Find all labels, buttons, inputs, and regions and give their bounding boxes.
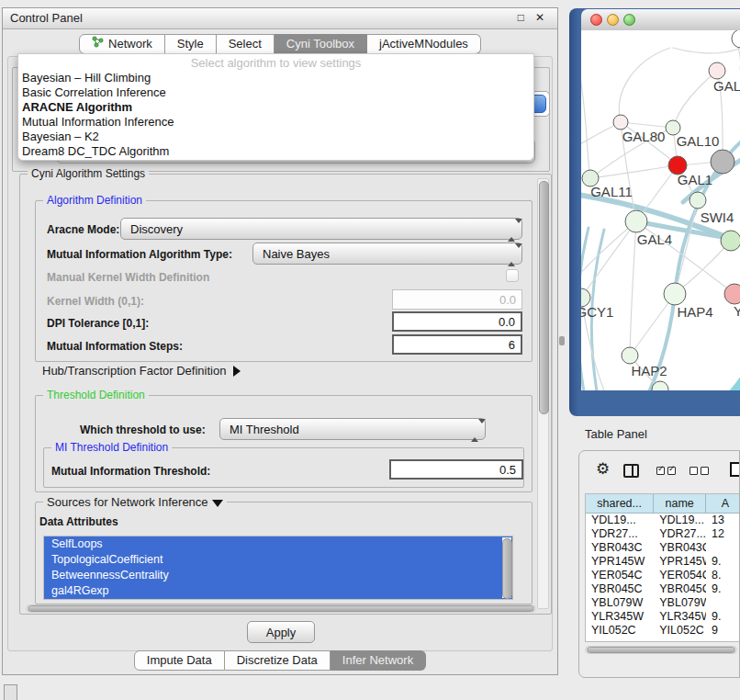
settings-horizontal-scrollbar[interactable] [26,604,536,613]
new-table-icon[interactable] [730,462,740,477]
table-row[interactable]: YBL079WYBL079W [586,596,740,610]
network-node[interactable] [721,231,740,251]
tab-network[interactable]: Network [79,34,165,54]
control-panel-titlebar[interactable]: Control Panel □ ✕ [3,8,557,29]
scrollbar-thumb[interactable] [539,181,549,414]
tab-cyni-toolbox[interactable]: Cyni Toolbox [275,34,367,54]
table-cell: 9 [706,624,740,638]
threshold-definition-title: Threshold Definition [43,389,149,401]
collapse-down-icon[interactable] [212,500,223,507]
network-node[interactable] [711,150,734,174]
tab-impute-data[interactable]: Impute Data [134,650,225,671]
node-attribute-table[interactable]: shared...nameA YDL19...YDL19...13YDR27..… [585,493,740,642]
network-graph[interactable]: GALGAL80GAL10GAL1GAL11SWI4GAL4GCY1HAP4YH… [581,30,740,390]
settings-vertical-scrollbar[interactable] [537,178,549,609]
tab-select[interactable]: Select [217,34,275,54]
algorithm-option[interactable]: Mutual Information Inference [18,115,533,130]
table-row[interactable]: YBR043CYBR043C [586,541,740,555]
network-window-titlebar[interactable] [581,9,740,31]
sources-group-title[interactable]: Sources for Network Inference [43,495,227,509]
tab-discretize-data[interactable]: Discretize Data [225,650,331,671]
network-node[interactable] [709,62,725,79]
network-edge[interactable] [673,71,717,128]
gear-icon[interactable]: ⚙ [596,459,610,479]
network-edge[interactable] [621,122,673,128]
attributes-list-scrollbar[interactable] [502,537,511,598]
network-node[interactable] [690,192,706,209]
which-threshold-combobox[interactable]: MI Threshold [219,418,486,440]
tab-style[interactable]: Style [165,34,217,54]
table-cell: 9. [706,610,740,624]
table-row[interactable]: YDR27...YDR27...12 [586,527,740,541]
manual-kernel-checkbox[interactable] [506,269,519,282]
attribute-list-item[interactable]: TopologicalCoefficient [44,552,512,568]
network-node-label: GAL1 [678,172,712,187]
tab-label: Style [177,34,204,54]
scrollbar-thumb[interactable] [587,647,735,653]
mi-steps-field[interactable]: 6 [392,334,522,355]
network-edge[interactable] [581,55,590,178]
network-node[interactable] [622,347,638,364]
network-node[interactable] [664,283,686,305]
close-icon[interactable]: ✕ [535,11,544,24]
network-edge[interactable] [590,165,678,178]
threshold-definition-group: Threshold Definition Which threshold to … [35,395,533,492]
hub-transcription-factor-section[interactable]: Hub/Transcription Factor Definition [42,364,241,378]
table-column-header[interactable]: shared... [586,494,654,514]
tab-jactivemnodules[interactable]: jActiveMNodules [367,34,481,54]
algorithm-option[interactable]: ARACNE Algorithm [18,100,533,115]
network-edge[interactable] [673,46,740,53]
sources-title-text: Sources for Network Inference [47,495,208,509]
network-edge-highlighted[interactable] [712,371,740,390]
network-edge[interactable] [619,48,670,122]
attribute-list-item[interactable]: SelfLoops [44,536,512,552]
network-node-label: SWI4 [701,209,734,225]
scrollbar-thumb[interactable] [28,605,534,612]
data-attributes-list[interactable]: SelfLoopsTopologicalCoefficientBetweenne… [43,536,513,600]
network-canvas[interactable]: GALGAL80GAL10GAL1GAL11SWI4GAL4GCY1HAP4YH… [581,30,740,390]
table-row[interactable]: YER054CYER054C8. [586,569,740,582]
network-node[interactable] [613,115,628,130]
kernel-width-field[interactable]: 0.0 [392,289,522,310]
dpi-tolerance-field[interactable]: 0.0 [392,311,522,332]
window-minimize-button[interactable] [607,14,619,26]
network-edge[interactable] [581,221,636,298]
window-zoom-button[interactable] [623,14,635,26]
table-row[interactable]: YPR145WYPR145W9. [586,555,740,569]
table-column-header[interactable]: name [654,494,706,514]
table-panel-window: ⚙ shared...nameA YDL19...YDL19...13YDR27… [578,450,740,678]
table-row[interactable]: YIL052CYIL052C9 [586,624,740,638]
mi-type-combobox[interactable]: Naive Bayes [252,243,522,265]
expand-right-icon[interactable] [233,366,241,377]
table-cell: 8. [706,569,740,582]
restore-icon[interactable]: □ [518,11,524,24]
mi-threshold-field[interactable]: 0.5 [389,459,523,480]
deselect-all-icon[interactable] [690,467,709,475]
network-node[interactable] [625,210,647,232]
select-all-icon[interactable] [656,467,676,475]
network-edge[interactable] [630,221,636,356]
table-horizontal-scrollbar[interactable] [585,646,737,654]
table-row[interactable]: YLR345WYLR345W9. [586,610,740,624]
network-node[interactable] [724,284,740,304]
table-row[interactable]: YBR045CYBR045C9. [586,582,740,596]
algorithm-option[interactable]: Basic Correlation Inference [18,85,533,100]
algorithm-option[interactable]: Bayesian – K2 [18,130,533,144]
algorithm-option[interactable]: Dream8 DC_TDC Algorithm [18,144,533,159]
attribute-list-item[interactable]: gal4RGexp [44,583,512,599]
panel-divider-handle[interactable] [559,336,565,345]
aracne-mode-combobox[interactable]: Discovery [120,218,522,240]
tab-infer-network[interactable]: Infer Network [331,650,426,671]
algorithm-option[interactable]: Bayesian – Hill Climbing [18,71,533,85]
window-close-button[interactable] [590,14,602,26]
columns-icon[interactable] [623,464,639,478]
table-row[interactable]: YDL19...YDL19...13 [586,514,740,527]
attribute-list-item[interactable]: BetweennessCentrality [44,568,512,583]
scrollbar-thumb[interactable] [502,538,512,599]
network-node[interactable] [732,30,740,48]
apply-button[interactable]: Apply [247,621,315,643]
network-edge[interactable] [675,200,698,294]
minimized-panel-icon[interactable] [4,684,17,700]
table-column-header[interactable]: A [706,494,740,514]
tab-label: Network [108,34,152,54]
